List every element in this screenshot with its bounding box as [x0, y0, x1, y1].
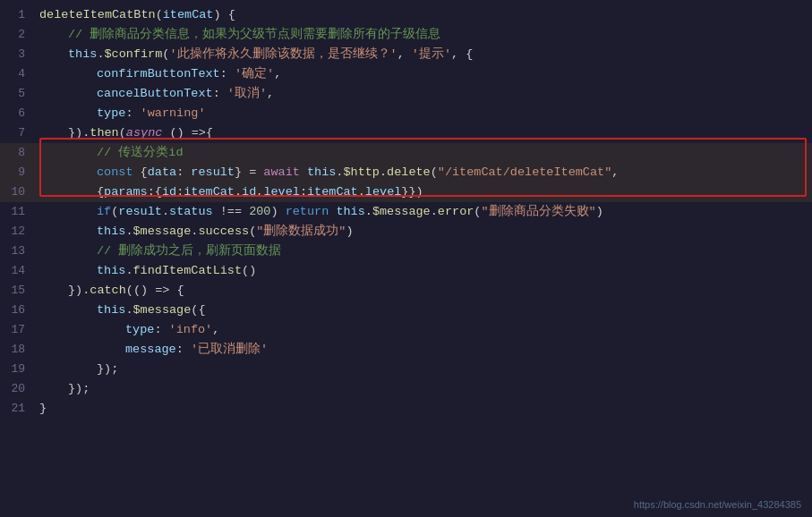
- line-num-3: 3: [0, 45, 36, 64]
- line-content-10: {params:{id:itemCat.id,level:itemCat.lev…: [36, 182, 812, 202]
- line-num-1: 1: [0, 5, 36, 25]
- code-line-6: 6 type: 'warning': [0, 104, 812, 123]
- code-line-3: 3 this.$confirm('此操作将永久删除该数据，是否继续？', '提示…: [0, 45, 812, 64]
- line-num-2: 2: [0, 25, 36, 45]
- line-content-16: this.$message({: [36, 301, 812, 320]
- code-line-21: 21 }: [0, 399, 812, 419]
- code-line-13: 13 // 删除成功之后，刷新页面数据: [0, 242, 812, 261]
- line-num-19: 19: [0, 360, 36, 379]
- line-content-7: }).then(async () =>{: [36, 123, 812, 143]
- line-content-20: });: [36, 379, 812, 399]
- line-content-12: this.$message.success("删除数据成功"): [36, 222, 812, 242]
- line-content-6: type: 'warning': [36, 104, 812, 123]
- code-line-18: 18 message: '已取消删除': [0, 340, 812, 360]
- code-line-10: 10 {params:{id:itemCat.id,level:itemCat.…: [0, 182, 812, 202]
- line-num-12: 12: [0, 222, 36, 242]
- code-line-11: 11 if(result.status !== 200) return this…: [0, 202, 812, 222]
- code-line-17: 17 type: 'info',: [0, 320, 812, 340]
- line-num-5: 5: [0, 84, 36, 104]
- line-content-21: }: [36, 399, 812, 419]
- line-num-20: 20: [0, 379, 36, 399]
- line-content-8: // 传送分类id: [36, 143, 812, 163]
- line-content-5: cancelButtonText: '取消',: [36, 84, 812, 104]
- line-content-9: const {data: result} = await this.$http.…: [36, 163, 812, 182]
- code-line-8: 8 // 传送分类id: [0, 143, 812, 163]
- code-line-19: 19 });: [0, 360, 812, 379]
- code-line-5: 5 cancelButtonText: '取消',: [0, 84, 812, 104]
- code-line-1: 1 deleteItemCatBtn(itemCat) {: [0, 5, 812, 25]
- line-num-11: 11: [0, 202, 36, 222]
- code-line-4: 4 confirmButtonText: '确定',: [0, 64, 812, 84]
- line-content-4: confirmButtonText: '确定',: [36, 64, 812, 84]
- line-content-15: }).catch(() => {: [36, 281, 812, 301]
- line-content-17: type: 'info',: [36, 320, 812, 340]
- line-content-3: this.$confirm('此操作将永久删除该数据，是否继续？', '提示',…: [36, 45, 812, 64]
- line-content-1: deleteItemCatBtn(itemCat) {: [36, 5, 812, 25]
- line-num-7: 7: [0, 123, 36, 143]
- line-content-18: message: '已取消删除': [36, 340, 812, 360]
- watermark: https://blog.csdn.net/weixin_43284385: [634, 499, 801, 510]
- line-num-10: 10: [0, 182, 36, 202]
- line-num-4: 4: [0, 64, 36, 84]
- code-line-14: 14 this.findItemCatList(): [0, 261, 812, 281]
- line-content-13: // 删除成功之后，刷新页面数据: [36, 242, 812, 261]
- code-line-2: 2 // 删除商品分类信息，如果为父级节点则需要删除所有的子级信息: [0, 25, 812, 45]
- line-content-11: if(result.status !== 200) return this.$m…: [36, 202, 812, 222]
- code-line-7: 7 }).then(async () =>{: [0, 123, 812, 143]
- line-num-17: 17: [0, 320, 36, 340]
- line-num-13: 13: [0, 242, 36, 261]
- line-content-14: this.findItemCatList(): [36, 261, 812, 281]
- line-num-16: 16: [0, 301, 36, 320]
- line-num-14: 14: [0, 261, 36, 281]
- line-num-9: 9: [0, 163, 36, 182]
- line-num-6: 6: [0, 104, 36, 123]
- line-num-15: 15: [0, 281, 36, 301]
- code-line-20: 20 });: [0, 379, 812, 399]
- code-line-12: 12 this.$message.success("删除数据成功"): [0, 222, 812, 242]
- line-num-18: 18: [0, 340, 36, 360]
- line-content-19: });: [36, 360, 812, 379]
- code-line-16: 16 this.$message({: [0, 301, 812, 320]
- code-editor: 1 deleteItemCatBtn(itemCat) { 2 // 删除商品分…: [0, 0, 812, 517]
- code-line-9: 9 const {data: result} = await this.$htt…: [0, 163, 812, 182]
- line-num-21: 21: [0, 399, 36, 419]
- line-content-2: // 删除商品分类信息，如果为父级节点则需要删除所有的子级信息: [36, 25, 812, 45]
- line-num-8: 8: [0, 143, 36, 163]
- code-line-15: 15 }).catch(() => {: [0, 281, 812, 301]
